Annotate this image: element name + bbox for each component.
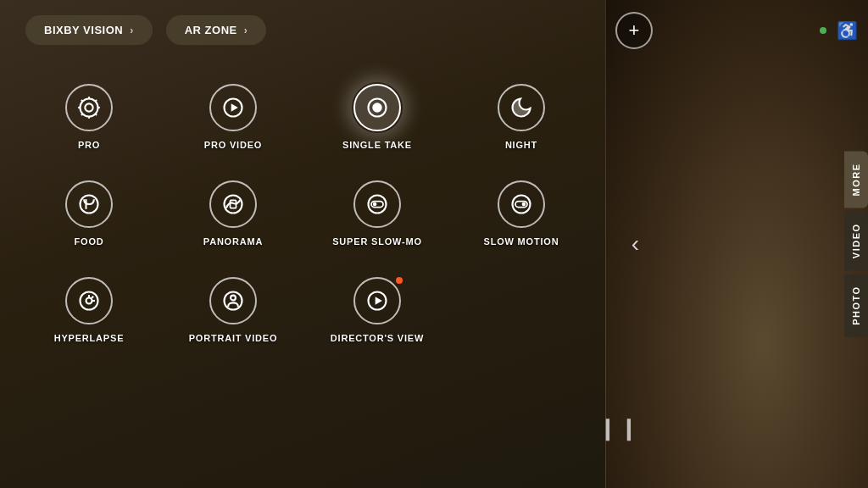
directors-view-icon <box>353 277 401 324</box>
mode-single-take[interactable]: SINGLE TAKE <box>305 69 449 165</box>
night-label: NIGHT <box>505 140 537 150</box>
svg-marker-32 <box>376 297 382 304</box>
single-take-label: SINGLE TAKE <box>342 140 412 150</box>
pro-video-label: PRO VIDEO <box>204 140 262 150</box>
svg-point-16 <box>225 196 242 214</box>
side-tabs: MORE VIDEO PHOTO <box>844 151 868 336</box>
food-label: FOOD <box>75 236 104 247</box>
svg-marker-11 <box>231 103 238 111</box>
ar-zone-label: AR ZONE <box>185 24 237 36</box>
svg-point-25 <box>86 298 92 304</box>
panorama-label: PANORAMA <box>203 236 263 247</box>
panorama-icon <box>209 180 257 228</box>
mode-food[interactable]: FOOD <box>17 165 161 262</box>
mode-directors-view[interactable]: DIRECTOR'S VIEW <box>305 262 449 358</box>
svg-point-1 <box>85 103 92 111</box>
pro-icon <box>65 84 113 131</box>
bixby-vision-button[interactable]: BIXBY VISION › <box>25 15 153 45</box>
food-icon <box>65 180 113 228</box>
portrait-video-label: PORTRAIT VIDEO <box>189 333 278 343</box>
mode-night[interactable]: NIGHT <box>449 69 593 165</box>
mode-super-slow-mo[interactable]: SUPER SLOW-MO <box>305 165 449 262</box>
directors-view-label: DIRECTOR'S VIEW <box>331 333 424 343</box>
single-take-icon <box>353 84 401 131</box>
super-slow-mo-icon <box>353 180 401 228</box>
pause-icon: ❙❙ <box>598 415 641 441</box>
hyperlapse-icon <box>65 277 113 324</box>
mode-pro[interactable]: PRO <box>17 69 161 165</box>
svg-line-6 <box>81 100 83 102</box>
bixby-vision-label: BIXBY VISION <box>44 24 123 36</box>
svg-line-8 <box>95 100 97 102</box>
ar-zone-chevron-icon: › <box>244 25 248 36</box>
svg-point-30 <box>231 296 236 301</box>
svg-line-27 <box>92 297 93 298</box>
svg-point-24 <box>81 292 98 310</box>
night-icon <box>498 84 545 131</box>
right-panel <box>605 0 868 488</box>
hyperlapse-label: HYPERLAPSE <box>54 333 125 343</box>
svg-line-9 <box>81 114 83 115</box>
super-slow-mo-label: SUPER SLOW-MO <box>332 236 422 247</box>
portrait-video-icon <box>209 277 257 324</box>
status-dot <box>820 27 826 34</box>
svg-point-0 <box>81 99 98 117</box>
accessibility-icon: ♿ <box>837 20 858 41</box>
tab-photo[interactable]: PHOTO <box>844 274 868 336</box>
svg-line-7 <box>95 114 97 115</box>
mode-slow-motion[interactable]: SLOW MOTION <box>449 165 593 262</box>
add-button[interactable]: + <box>615 12 653 49</box>
top-buttons-row: BIXBY VISION › AR ZONE › <box>0 0 610 60</box>
svg-point-13 <box>373 103 381 111</box>
main-panel: BIXBY VISION › AR ZONE › <box>0 0 610 488</box>
mode-panorama[interactable]: PANORAMA <box>161 165 305 262</box>
svg-point-23 <box>522 202 526 207</box>
tab-video[interactable]: VIDEO <box>844 211 868 270</box>
mode-pro-video[interactable]: PRO VIDEO <box>161 69 305 165</box>
mode-portrait-video[interactable]: PORTRAIT VIDEO <box>161 262 305 358</box>
mode-hyperlapse[interactable]: HYPERLAPSE <box>17 262 161 358</box>
bixby-chevron-icon: › <box>130 25 134 36</box>
top-right-area: + ♿ <box>605 0 868 61</box>
tab-more[interactable]: MORE <box>844 151 868 208</box>
ar-zone-button[interactable]: AR ZONE › <box>166 15 267 45</box>
slow-motion-icon <box>498 180 545 228</box>
directors-view-dot <box>396 277 403 284</box>
pro-label: PRO <box>78 140 100 150</box>
pro-video-icon <box>209 84 257 131</box>
slow-motion-label: SLOW MOTION <box>484 236 559 247</box>
modes-grid: PRO PRO VIDEO SINGLE TAKE <box>0 60 610 367</box>
back-button[interactable]: ‹ <box>632 230 639 258</box>
pause-area: ❙❙ <box>598 415 641 441</box>
svg-point-20 <box>373 202 377 207</box>
